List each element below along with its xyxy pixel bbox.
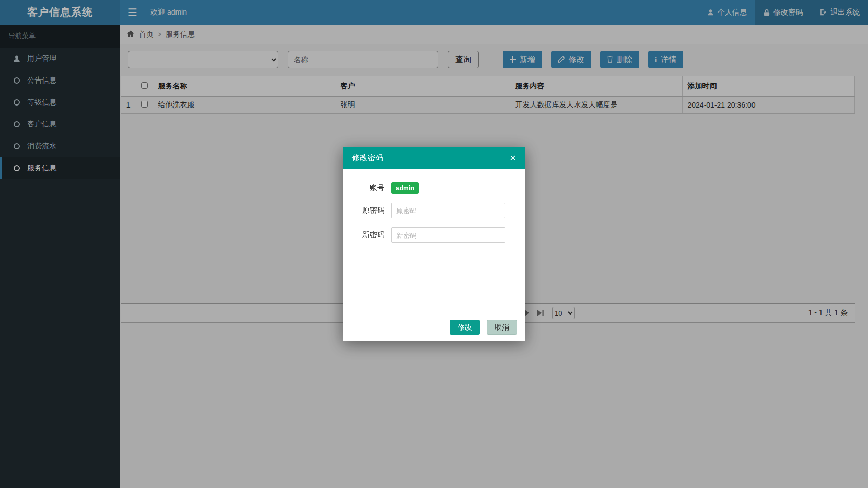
- modal-title: 修改密码: [352, 153, 383, 163]
- new-password-row: 新密码: [347, 227, 515, 243]
- account-badge: admin: [391, 182, 419, 194]
- new-password-input[interactable]: [391, 227, 505, 243]
- old-password-row: 原密码: [347, 203, 515, 218]
- account-label: 账号: [347, 183, 384, 193]
- old-password-label: 原密码: [347, 206, 384, 215]
- cancel-button[interactable]: 取消: [487, 320, 517, 335]
- confirm-button[interactable]: 修改: [450, 320, 480, 335]
- modal-header: 修改密码 ×: [343, 147, 525, 169]
- old-password-input[interactable]: [391, 203, 505, 218]
- new-password-label: 新密码: [347, 230, 384, 240]
- account-row: 账号 admin: [347, 182, 515, 194]
- close-icon[interactable]: ×: [510, 153, 516, 163]
- change-password-modal: 修改密码 × 账号 admin 原密码 新密码 修改 取消: [343, 147, 525, 341]
